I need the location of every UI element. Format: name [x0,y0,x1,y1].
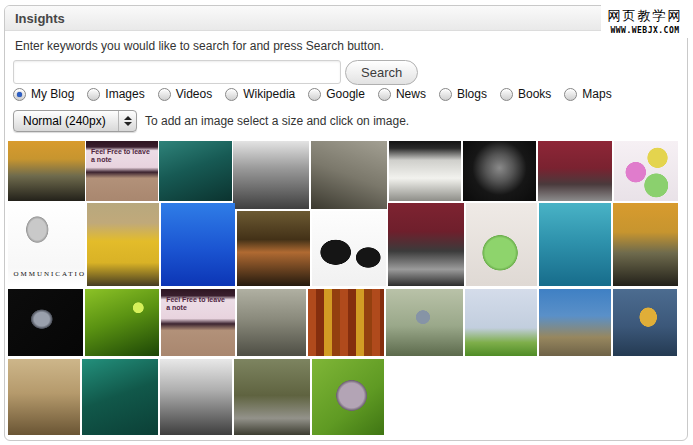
source-radio-blogs[interactable]: Blogs [439,87,487,101]
thumb-cyclist-cargo-bike-yellow-van[interactable] [8,141,85,201]
panel-title: Insights [15,11,65,26]
instruction-text: Enter keywords you would like to search … [15,39,384,53]
thumb-cyclist-cargo-bike-2[interactable] [613,203,678,286]
thumb-underwater-blue[interactable] [161,203,235,286]
watermark-line1: 网页教学网 [603,7,687,25]
arrow-up-icon [124,116,132,120]
thumb-red-computer-lab[interactable] [538,141,612,201]
radio-icon [564,88,577,101]
radio-label: Images [105,87,144,101]
source-radio-news[interactable]: News [378,87,426,101]
search-button[interactable]: Search [345,60,418,85]
thumb-laptop-leave-a-note[interactable]: Feel Free to leave a note [86,141,158,201]
thumb-person-crouching-teal[interactable] [159,141,232,201]
radio-label: Wikipedia [243,87,295,101]
thumb-green-candy-heart[interactable] [466,203,537,286]
thumb-butterfly-on-leaf[interactable] [312,359,384,435]
thumb-candy-hearts[interactable] [614,141,678,201]
thumb-laptop-leave-a-note-2[interactable]: Feel Free to leave a note [161,289,235,356]
source-radio-google[interactable]: Google [308,87,365,101]
thumb-power-lines-field[interactable] [465,289,537,356]
thumb-person-crouching-teal-2[interactable] [82,359,158,435]
insights-page: Insights Enter keywords you would like t… [0,0,693,445]
radio-label: Books [518,87,551,101]
thumb-heron-in-water[interactable] [386,289,463,356]
thumb-yellow-van-closeup[interactable] [87,203,159,286]
keyword-input[interactable] [13,60,341,84]
size-select[interactable]: Normal (240px) [13,110,137,132]
thumb-caption: OMMUNICATIO [13,270,79,278]
source-radio-videos[interactable]: Videos [158,87,212,101]
radio-icon [378,88,391,101]
thumb-person-reading-in-tree[interactable] [237,211,310,286]
panel-header: Insights [5,6,687,31]
thumb-soldiers-winter-forest[interactable] [237,289,306,356]
thumb-soldiers-helicopters-sky[interactable] [539,289,611,356]
thumb-seated-man-sepia[interactable] [8,359,80,435]
thumb-lego-spaceship[interactable] [8,289,83,356]
source-radio-maps[interactable]: Maps [564,87,611,101]
radio-icon [500,88,513,101]
watermark: 网页教学网 www.webjx.com [601,5,689,38]
source-radio-images[interactable]: Images [87,87,144,101]
size-hint-text: To add an image select a size and click … [145,114,409,128]
thumb-woman-telegraph-bw[interactable] [233,141,309,209]
radio-label: Blogs [457,87,487,101]
radio-icon [439,88,452,101]
source-radio-wikipedia[interactable]: Wikipedia [225,87,295,101]
radio-icon [87,88,100,101]
thumb-red-lab-monitors[interactable] [388,203,464,286]
thumb-caption: Feel Free to leave a note [91,148,153,164]
thumb-green-laser-nightvision[interactable] [85,289,159,356]
radio-label: Videos [176,87,212,101]
thumb-tin-can-phone[interactable]: OMMUNICATIO [8,203,85,286]
thumb-woman-telegraph-bw-2[interactable] [160,359,232,435]
source-radio-group: My BlogImagesVideosWikipediaGoogleNewsBl… [13,87,612,101]
thumb-evolution-silhouettes[interactable] [312,211,386,286]
radio-icon [13,88,26,101]
source-radio-my-blog[interactable]: My Blog [13,87,74,101]
thumb-microphone-mesh[interactable] [463,141,536,201]
thumb-keyboard-keys-closeup[interactable] [389,141,461,201]
thumb-armored-vehicle[interactable] [234,359,310,435]
radio-icon [308,88,321,101]
size-select-value: Normal (240px) [14,114,118,128]
radio-icon [225,88,238,101]
stepper-icon[interactable] [118,111,136,131]
thumb-caption: Feel Free to leave a note [166,296,230,312]
arrow-down-icon [124,122,132,126]
thumb-soldier-and-child-bw[interactable] [311,141,387,209]
thumb-poster-collage-wall[interactable] [308,289,384,356]
radio-icon [158,88,171,101]
watermark-line2: www.webjx.com [603,26,687,35]
source-radio-books[interactable]: Books [500,87,551,101]
radio-label: Google [326,87,365,101]
radio-label: News [396,87,426,101]
thumb-harbor-golden-dusk[interactable] [613,289,677,356]
radio-label: Maps [582,87,611,101]
thumb-dolphins-jumping[interactable] [539,203,611,286]
radio-label: My Blog [31,87,74,101]
